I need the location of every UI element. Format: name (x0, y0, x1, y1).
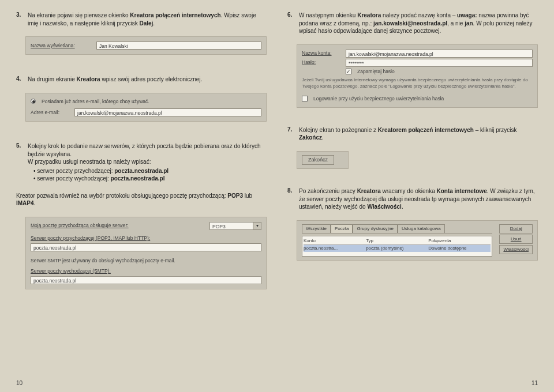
step-text: Na drugim ekranie Kreatora wpisz swój ad… (28, 76, 202, 84)
left-column: 3. Na ekranie pojawi się pierwsze okienk… (16, 12, 267, 376)
page-num-right: 11 (531, 380, 538, 386)
step-number: 6. (287, 12, 295, 35)
step-text: Na ekranie pojawi się pierwsze okienko K… (28, 12, 267, 27)
step-text: Kolejny ekran to pożegnanie z Kreatorem … (299, 126, 538, 142)
step-8: 8. Po zakończeniu pracy Kreatora wracamy… (287, 187, 538, 211)
properties-button[interactable]: Właściwości (499, 245, 533, 254)
screenshot-step7: Zakończ (297, 151, 349, 169)
password-label: Hasło: (302, 59, 342, 66)
screenshot-step4: Posiadam już adres e-mail, którego chcę … (25, 93, 267, 122)
display-name-field[interactable]: Jan Kowalski (96, 42, 261, 50)
secure-auth-label: Logowanie przy użyciu bezpiecznego uwier… (313, 95, 444, 103)
accounts-listbox[interactable]: Konto Typ Połączenia poczta.neostra... p… (302, 236, 492, 257)
side-buttons: Dodaj Usuń Właściwości (499, 224, 533, 257)
step-number: 8. (287, 187, 295, 211)
step-number: 3. (16, 12, 24, 27)
page-num-left: 10 (16, 380, 23, 386)
incoming-server-field[interactable]: poczta.neostrada.pl (31, 243, 261, 251)
step-number: 7. (287, 126, 295, 142)
chevron-down-icon[interactable]: ▾ (253, 222, 261, 230)
step-text: Kolejny krok to podanie nazw serwerów, z… (28, 142, 267, 183)
screenshot-step8: Wszystkie Poczta Grupy dyskusyjne Usługa… (297, 220, 538, 261)
table-row[interactable]: poczta.neostra... poczta (domyślne) Dowo… (304, 245, 491, 252)
col-conn: Połączenia (428, 238, 491, 244)
outgoing-server-field[interactable]: poczta.neostrada.pl (31, 276, 261, 284)
smtp-note: Serwer SMTP jest używany do obsługi wych… (31, 257, 261, 265)
step-number: 4. (16, 76, 24, 84)
radio-have-email[interactable] (31, 99, 36, 104)
tab-directory[interactable]: Usługa katalogowa (398, 224, 445, 233)
right-column: 6. W następnym okienku Kreatora należy p… (287, 12, 538, 376)
step5-note: Kreator pozwala również na wybór protoko… (16, 192, 267, 208)
screenshot-step6: Nazwa konta: jan.kowalski@mojanazwa.neos… (297, 44, 538, 108)
account-name-field[interactable]: jan.kowalski@mojanazwa.neostrada.pl (346, 50, 533, 58)
step-3: 3. Na ekranie pojawi się pierwsze okienk… (16, 12, 267, 27)
step-5: 5. Kolejny krok to podanie nazw serwerów… (16, 142, 267, 183)
email-label: Adres e-mail: (31, 109, 71, 116)
step-7: 7. Kolejny ekran to pożegnanie z Kreator… (287, 126, 538, 142)
remember-password-checkbox[interactable] (346, 69, 351, 74)
display-name-label: Nazwa wyświetlana: (31, 42, 93, 50)
password-field[interactable]: ******** (346, 59, 533, 67)
screenshot-step5: Moją pocztę przychodzącą obsługuje serwe… (25, 217, 267, 289)
step-number: 5. (16, 142, 24, 183)
incoming-type-label: Moją pocztę przychodzącą obsługuje serwe… (31, 222, 206, 229)
incoming-server-label: Serwer poczty przychodzącej (POP3, IMAP … (31, 235, 261, 242)
finish-button[interactable]: Zakończ (302, 155, 334, 165)
tab-news[interactable]: Grupy dyskusyjne (353, 224, 398, 233)
outgoing-server-label: Serwer poczty wychodzącej (SMTP): (31, 267, 261, 275)
tabbar: Wszystkie Poczta Grupy dyskusyjne Usługa… (302, 224, 492, 233)
step-6: 6. W następnym okienku Kreatora należy p… (287, 12, 538, 35)
page-numbers: 10 11 (16, 380, 538, 386)
secure-auth-checkbox[interactable] (302, 96, 308, 101)
secure-auth-note: Jeżeli Twój usługodawca internetowy wyma… (302, 77, 533, 89)
col-account: Konto (304, 238, 366, 244)
col-type: Typ (366, 238, 428, 244)
step-text: Po zakończeniu pracy Kreatora wracamy do… (299, 187, 538, 211)
email-field[interactable]: jan.kowalski@mojanazwa.neostrada.pl (74, 108, 261, 116)
step-4: 4. Na drugim ekranie Kreatora wpisz swój… (16, 76, 267, 84)
incoming-type-select[interactable]: POP3 (209, 222, 253, 230)
tab-mail[interactable]: Poczta (331, 224, 353, 233)
screenshot-step3: Nazwa wyświetlana: Jan Kowalski (25, 36, 267, 55)
step-text: W następnym okienku Kreatora należy poda… (299, 12, 538, 35)
account-name-label: Nazwa konta: (302, 50, 342, 57)
remove-button[interactable]: Usuń (499, 235, 533, 244)
add-button[interactable]: Dodaj (499, 224, 533, 233)
radio-label: Posiadam już adres e-mail, którego chcę … (42, 98, 149, 105)
remember-password-label: Zapamiętaj hasło (357, 68, 395, 76)
tab-all[interactable]: Wszystkie (302, 224, 331, 233)
